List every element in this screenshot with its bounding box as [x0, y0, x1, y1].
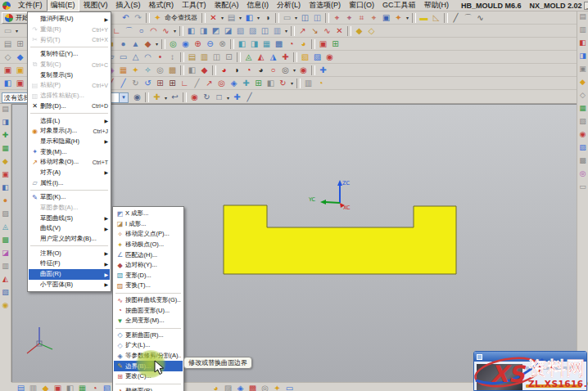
toolbar-icon[interactable]: ◪: [0, 248, 11, 259]
toolbar-icon[interactable]: ◧: [577, 38, 588, 49]
toolbar-icon[interactable]: ▦: [260, 38, 273, 50]
menubar-item[interactable]: 文件(F): [14, 0, 47, 11]
toolbar-icon[interactable]: ▧: [577, 116, 588, 128]
toolbar-icon[interactable]: ⊗: [216, 38, 228, 50]
toolbar-icon[interactable]: ✕: [333, 25, 346, 37]
command-finder-button[interactable]: ✦命令查找器: [152, 12, 200, 24]
toolbar-icon[interactable]: ↻: [201, 92, 213, 103]
toolbar-icon[interactable]: ✦: [152, 12, 164, 24]
toolbar-icon[interactable]: ◎: [577, 169, 588, 180]
toolbar-icon[interactable]: ◆: [0, 156, 11, 168]
edit-menu-item[interactable]: 曲线(V)▶: [29, 223, 110, 234]
dropdown-caret-icon[interactable]: ▾: [14, 28, 20, 34]
toolbar-icon[interactable]: ╱: [191, 78, 203, 89]
surface-submenu-item[interactable]: ◩X 成形...: [114, 209, 183, 219]
surface-submenu-item[interactable]: ✧移动定义点(P)...: [114, 229, 183, 240]
toolbar-icon[interactable]: ▥: [198, 52, 210, 63]
mold-part-body[interactable]: [224, 205, 456, 274]
dropdown-caret-icon[interactable]: ▾: [154, 41, 160, 47]
toolbar-icon[interactable]: ▥: [271, 25, 283, 37]
edit-menu-item[interactable]: 特征(F)▶: [29, 258, 110, 269]
toolbar-icon[interactable]: ◕: [210, 383, 222, 391]
toolbar-icon[interactable]: ▩: [166, 65, 179, 76]
menubar-item[interactable]: 分析(L): [273, 0, 305, 11]
toolbar-icon[interactable]: ╱: [450, 12, 462, 24]
toolbar-icon[interactable]: ▩: [273, 38, 285, 50]
toolbar-icon[interactable]: ◧: [186, 65, 198, 76]
edit-menu-item[interactable]: 显示和隐藏(H)▶: [29, 137, 110, 147]
edit-menu-item[interactable]: ↷重做(R)Ctrl+Y: [29, 25, 110, 35]
toolbar-icon[interactable]: ◧: [2, 78, 14, 89]
toolbar-icon[interactable]: ◨: [197, 25, 210, 37]
toolbar-icon[interactable]: ▤: [577, 11, 588, 23]
toolbar-icon[interactable]: ●: [0, 196, 11, 207]
edit-menu-item[interactable]: ▤粘贴(P)Ctrl+V: [29, 80, 110, 91]
toolbar-icon[interactable]: △: [129, 52, 142, 63]
toolbar-icon[interactable]: ▣: [14, 65, 26, 76]
toolbar-icon[interactable]: •: [154, 52, 166, 63]
toolbar-icon[interactable]: ◉: [323, 52, 336, 63]
edit-menu-item[interactable]: ⧉复制(C)Ctrl+C: [29, 60, 110, 70]
toolbar-icon[interactable]: ✚: [317, 65, 329, 76]
toolbar-icon[interactable]: ╱: [117, 78, 129, 89]
edit-menu-item[interactable]: ✎草图(K)...: [29, 192, 110, 203]
toolbar-icon[interactable]: ◔: [88, 383, 101, 391]
toolbar-icon[interactable]: ▥: [27, 383, 39, 391]
toolbar-icon[interactable]: ◉: [179, 38, 192, 50]
dropdown-caret-icon[interactable]: ▾: [292, 67, 297, 73]
toolbar-icon[interactable]: ▣: [380, 12, 392, 24]
toolbar-icon[interactable]: ✚: [0, 130, 11, 142]
toolbar-icon[interactable]: ◨: [577, 51, 588, 62]
toolbar-icon[interactable]: ⌖: [368, 12, 380, 24]
toolbar-icon[interactable]: ∿: [160, 25, 172, 37]
toolbar-icon[interactable]: ◧: [236, 38, 248, 50]
toolbar-icon[interactable]: ↷: [132, 12, 144, 24]
toolbar-icon[interactable]: ▭: [577, 182, 588, 193]
edit-menu-item[interactable]: ◉对象显示(J)...Ctrl+J: [29, 126, 110, 137]
toolbar-icon[interactable]: ▭: [283, 383, 296, 391]
menubar-item[interactable]: 窗口(O): [345, 0, 378, 11]
toolbar-icon[interactable]: ▣: [2, 65, 14, 76]
toolbar-icon[interactable]: ◑: [230, 65, 242, 76]
edit-menu-item[interactable]: 用户定义的对象(B)...: [29, 234, 110, 245]
toolbar-icon[interactable]: ◇: [365, 25, 378, 37]
toolbar-icon[interactable]: ◑: [261, 12, 274, 24]
toolbar-icon[interactable]: ◨: [0, 117, 11, 128]
toolbar-icon[interactable]: ⊡: [223, 52, 235, 63]
menubar-item[interactable]: 编辑(E): [47, 0, 79, 11]
toolbar-icon[interactable]: ⊞: [14, 38, 26, 50]
toolbar-icon[interactable]: ✕: [207, 12, 219, 24]
toolbar-icon[interactable]: ◫: [210, 52, 223, 63]
toolbar-icon[interactable]: ▣: [14, 78, 26, 89]
toolbar-icon[interactable]: ⊞: [252, 78, 265, 89]
menubar-item[interactable]: GC工具箱: [378, 0, 420, 11]
edit-menu-item[interactable]: ✕删除(D)...Ctrl+D: [29, 101, 110, 112]
menubar-item[interactable]: 工具(T): [178, 0, 210, 11]
toolbar-icon[interactable]: ◫: [259, 25, 271, 37]
toolbar-icon[interactable]: ▥: [0, 261, 11, 272]
toolbar-icon[interactable]: ◬: [242, 52, 255, 63]
edit-menu-item[interactable]: ▱属性(I)...: [29, 178, 110, 188]
edit-menu-item[interactable]: 复制特征(Y)...: [29, 49, 110, 60]
toolbar-icon[interactable]: ◧: [64, 383, 76, 391]
toolbar-icon[interactable]: ◆: [142, 38, 154, 50]
toolbar-icon[interactable]: ▧: [299, 52, 311, 63]
edit-menu-item[interactable]: 撤消列表(U)▶: [29, 14, 110, 25]
toolbar-icon[interactable]: ✚: [231, 92, 243, 103]
toolbar-icon[interactable]: ▦: [0, 143, 11, 155]
toolbar-icon[interactable]: ▨: [247, 25, 259, 37]
toolbar-icon[interactable]: ↶: [120, 12, 132, 24]
surface-submenu-item[interactable]: ▨变换(T)...: [114, 281, 183, 291]
toolbar-icon[interactable]: ◉: [297, 65, 310, 76]
toolbar-icon[interactable]: ◈: [234, 383, 247, 391]
surface-submenu-item[interactable]: ∠匹配边(H)...: [114, 249, 183, 260]
dropdown-caret-icon[interactable]: ▾: [225, 95, 231, 101]
toolbar-icon[interactable]: ▧: [0, 287, 11, 299]
toolbar-icon[interactable]: ●: [117, 38, 129, 50]
toolbar-icon[interactable]: ▬: [418, 12, 430, 24]
toolbar-icon[interactable]: ▭: [117, 52, 129, 63]
toolbar-icon[interactable]: ╱: [243, 92, 256, 103]
edit-menu-item[interactable]: 选择(L)▶: [29, 115, 110, 126]
notification-popup[interactable]: [473, 351, 587, 391]
edit-menu-item[interactable]: ✦变换(M)...: [29, 146, 110, 157]
